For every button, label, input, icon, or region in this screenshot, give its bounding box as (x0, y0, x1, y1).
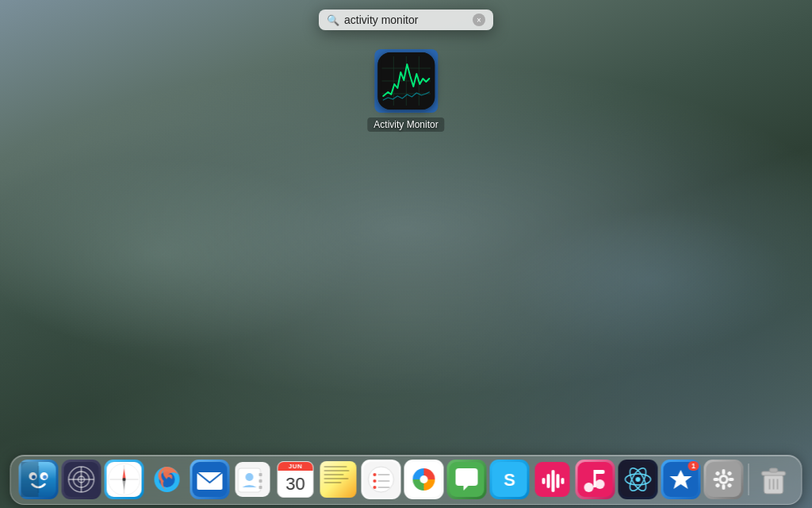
svg-point-43 (373, 479, 377, 483)
dock-icon-electron[interactable] (619, 460, 658, 499)
dock-icon-calendar[interactable]: JUN 30 (276, 460, 316, 499)
dock-icon-safari[interactable] (105, 460, 144, 499)
desktop: 🔍 activity monitor × (0, 0, 812, 508)
search-result-item[interactable]: Activity Monitor (367, 49, 444, 132)
svg-point-42 (373, 473, 377, 476)
dock-icon-firefox[interactable] (147, 460, 187, 499)
svg-point-49 (420, 475, 428, 483)
dock-icon-launchpad[interactable] (62, 460, 102, 499)
search-result-highlight (374, 49, 438, 113)
svg-rect-14 (21, 462, 39, 497)
svg-point-61 (596, 479, 605, 489)
spotlight-bar: 🔍 activity monitor × (319, 10, 493, 30)
dock-icon-trash[interactable] (754, 460, 794, 499)
dock-icon-mail[interactable] (190, 460, 230, 499)
dock-separator (749, 464, 749, 495)
calendar-day: 30 (278, 471, 313, 497)
dock-icon-notes[interactable] (319, 460, 358, 499)
svg-rect-37 (259, 479, 262, 483)
dock-icon-music[interactable] (576, 460, 615, 499)
svg-rect-74 (722, 484, 726, 490)
dock-icon-photos[interactable] (404, 460, 444, 499)
appstore-badge: 1 (688, 461, 699, 471)
spotlight-clear-button[interactable]: × (473, 13, 485, 26)
svg-rect-76 (729, 478, 734, 481)
dock-icon-finder[interactable] (19, 460, 59, 499)
svg-point-39 (246, 473, 254, 481)
svg-rect-54 (542, 478, 546, 484)
svg-point-65 (636, 477, 641, 482)
dock-icon-contacts[interactable] (233, 460, 273, 499)
svg-rect-58 (561, 478, 565, 484)
app-name-label: Activity Monitor (367, 117, 444, 132)
dock-icon-appstore[interactable]: 1 (661, 460, 701, 499)
svg-rect-55 (547, 474, 550, 488)
svg-rect-73 (722, 469, 726, 475)
spotlight-search-text[interactable]: activity monitor (344, 13, 468, 26)
dock-icon-facetime[interactable] (533, 460, 573, 499)
svg-rect-63 (594, 470, 605, 474)
svg-point-41 (369, 467, 394, 492)
search-icon: 🔍 (327, 14, 339, 26)
svg-point-28 (123, 478, 126, 481)
svg-rect-83 (770, 468, 778, 472)
svg-rect-36 (259, 473, 262, 476)
svg-point-44 (373, 486, 377, 489)
svg-point-72 (722, 477, 726, 482)
dock-icon-messages[interactable] (447, 460, 487, 499)
svg-rect-75 (714, 478, 719, 481)
svg-point-60 (584, 483, 594, 492)
dock-icon-reminders[interactable] (362, 460, 401, 499)
svg-rect-57 (557, 474, 560, 488)
spotlight-container: 🔍 activity monitor × (319, 10, 493, 30)
svg-point-12 (43, 475, 47, 479)
calendar-month: JUN (278, 462, 313, 471)
svg-rect-56 (552, 470, 555, 492)
svg-text:S: S (504, 470, 515, 490)
dock-icon-skype[interactable]: S (490, 460, 530, 499)
dock: JUN 30 (10, 455, 802, 505)
activity-monitor-icon-container (377, 52, 435, 110)
dock-icon-system-preferences[interactable] (704, 460, 744, 499)
svg-rect-38 (259, 486, 262, 489)
activity-monitor-icon (377, 52, 435, 110)
